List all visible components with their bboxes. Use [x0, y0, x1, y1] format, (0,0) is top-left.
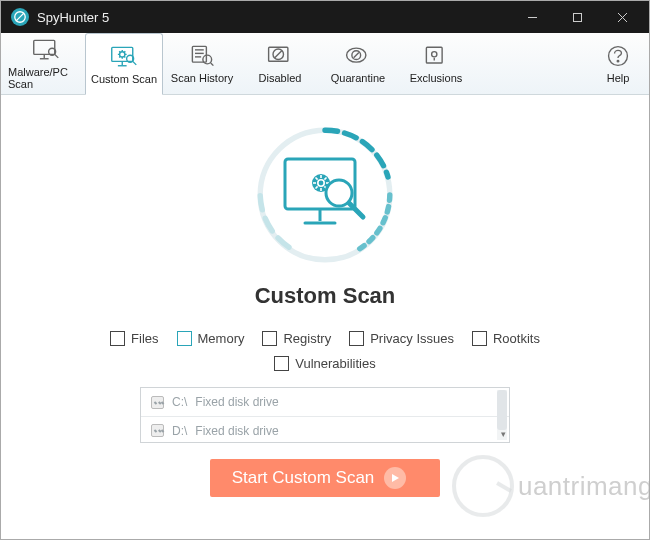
custom-scan-hero-icon	[279, 153, 371, 237]
tab-label: Malware/PC Scan	[8, 66, 84, 90]
checkbox-label: Registry	[283, 331, 331, 346]
watermark: uantrimang	[452, 455, 649, 517]
checkbox-label: Files	[131, 331, 158, 346]
drive-description: Fixed disk drive	[195, 395, 278, 409]
checkbox-icon	[262, 331, 277, 346]
scan-options: Files Memory Registry Privacy Issues Roo…	[110, 331, 540, 371]
quarantine-icon	[344, 43, 372, 69]
drive-row[interactable]: D:\ Fixed disk drive	[141, 416, 509, 444]
svg-rect-29	[426, 47, 442, 63]
svg-point-30	[432, 52, 437, 57]
drive-row[interactable]: C:\ Fixed disk drive	[141, 388, 509, 416]
drive-letter: C:\	[172, 395, 187, 409]
tab-quarantine[interactable]: Quarantine	[319, 33, 397, 94]
start-custom-scan-button[interactable]: Start Custom Scan	[210, 459, 441, 497]
exclusions-icon	[422, 43, 450, 69]
checkbox-label: Vulnerabilities	[295, 356, 375, 371]
checkbox-icon	[177, 331, 192, 346]
monitor-gear-icon	[110, 44, 138, 70]
history-icon	[188, 43, 216, 69]
checkbox-rootkits[interactable]: Rootkits	[472, 331, 540, 346]
svg-line-28	[354, 53, 359, 58]
watermark-letter-icon	[452, 455, 514, 517]
tab-malware-pc-scan[interactable]: Malware/PC Scan	[7, 33, 85, 94]
minimize-button[interactable]	[510, 1, 555, 33]
app-logo-icon	[11, 8, 29, 26]
checkbox-icon	[349, 331, 364, 346]
scroll-down-icon: ▾	[501, 429, 506, 439]
svg-line-16	[133, 61, 137, 65]
checkbox-icon	[472, 331, 487, 346]
tab-disabled[interactable]: Disabled	[241, 33, 319, 94]
tab-label: Exclusions	[410, 72, 463, 84]
checkbox-label: Privacy Issues	[370, 331, 454, 346]
checkbox-registry[interactable]: Registry	[262, 331, 331, 346]
tab-help[interactable]: Help	[593, 33, 643, 94]
svg-rect-3	[574, 13, 582, 21]
svg-line-10	[55, 54, 59, 58]
svg-point-33	[617, 60, 619, 62]
tab-scan-history[interactable]: Scan History	[163, 33, 241, 94]
tab-custom-scan[interactable]: Custom Scan	[85, 33, 163, 95]
tab-label: Disabled	[259, 72, 302, 84]
svg-rect-6	[34, 40, 55, 54]
checkbox-memory[interactable]: Memory	[177, 331, 245, 346]
drive-checkbox-icon	[151, 396, 164, 409]
checkbox-label: Rootkits	[493, 331, 540, 346]
tab-label: Scan History	[171, 72, 233, 84]
tab-label: Help	[607, 72, 630, 84]
drive-description: Fixed disk drive	[195, 424, 278, 438]
help-icon	[604, 43, 632, 69]
drives-list: C:\ Fixed disk drive D:\ Fixed disk driv…	[140, 387, 510, 443]
svg-rect-11	[112, 47, 133, 61]
svg-point-21	[203, 55, 212, 64]
app-title: SpyHunter 5	[37, 10, 109, 25]
monitor-icon	[32, 37, 60, 63]
disabled-icon	[266, 43, 294, 69]
page-title: Custom Scan	[255, 283, 396, 309]
svg-line-22	[211, 63, 214, 66]
watermark-text: uantrimang	[518, 471, 649, 502]
close-button[interactable]	[600, 1, 645, 33]
play-icon	[384, 467, 406, 489]
svg-marker-50	[392, 474, 399, 482]
checkbox-files[interactable]: Files	[110, 331, 158, 346]
toolbar: Malware/PC Scan Custom Scan	[1, 33, 649, 95]
checkbox-icon	[110, 331, 125, 346]
drive-checkbox-icon	[151, 424, 164, 437]
svg-line-1	[16, 13, 24, 21]
content-area: Custom Scan Files Memory Registry Privac…	[1, 95, 649, 539]
drive-letter: D:\	[172, 424, 187, 438]
checkbox-vulnerabilities[interactable]: Vulnerabilities	[274, 356, 375, 371]
maximize-button[interactable]	[555, 1, 600, 33]
checkbox-label: Memory	[198, 331, 245, 346]
tab-label: Quarantine	[331, 72, 385, 84]
tab-exclusions[interactable]: Exclusions	[397, 33, 475, 94]
checkbox-privacy-issues[interactable]: Privacy Issues	[349, 331, 454, 346]
app-window: SpyHunter 5 Malware/PC Scan	[0, 0, 650, 540]
checkbox-icon	[274, 356, 289, 371]
start-button-label: Start Custom Scan	[232, 468, 375, 488]
svg-line-25	[275, 51, 282, 58]
hero-graphic	[245, 115, 405, 275]
tab-label: Custom Scan	[91, 73, 157, 85]
svg-rect-17	[192, 46, 206, 62]
titlebar: SpyHunter 5	[1, 1, 649, 33]
